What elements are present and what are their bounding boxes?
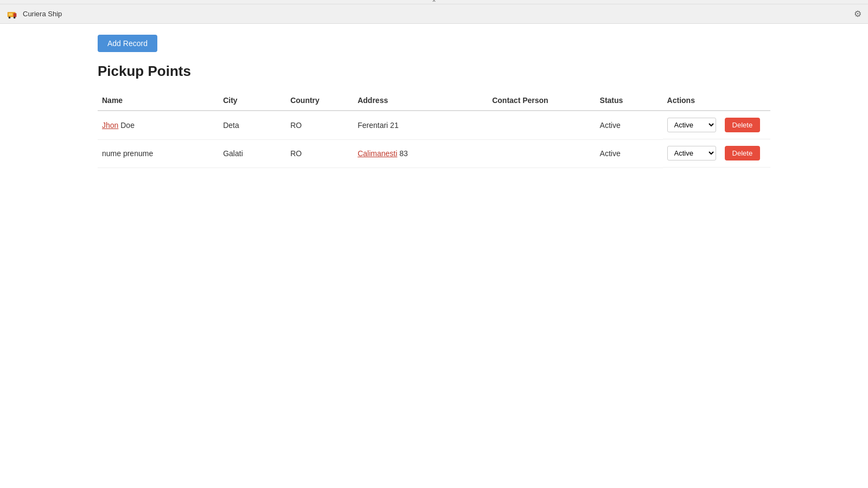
cell-address: Calimanesti 83 — [353, 139, 488, 168]
col-header-address: Address — [353, 91, 488, 111]
pickup-points-table: Name City Country Address Contact Person… — [98, 91, 770, 168]
page-title: Pickup Points — [98, 63, 770, 80]
cell-address: Ferentari 21 — [353, 111, 488, 139]
svg-rect-4 — [9, 13, 12, 16]
svg-point-3 — [14, 16, 16, 18]
chevron-up-icon[interactable]: ⌃ — [431, 0, 437, 7]
settings-icon[interactable]: ⚙ — [854, 9, 861, 19]
app-title: Curiera Ship — [23, 10, 62, 18]
cell-actions: ActiveInactiveDelete — [663, 111, 770, 139]
cell-status: Active — [596, 139, 663, 168]
cell-contact-person — [488, 139, 595, 168]
cell-status: Active — [596, 111, 663, 139]
table-header-row: Name City Country Address Contact Person… — [98, 91, 770, 111]
cell-city: Galati — [219, 139, 286, 168]
delete-button[interactable]: Delete — [725, 118, 761, 132]
svg-point-2 — [9, 16, 11, 18]
col-header-status: Status — [596, 91, 663, 111]
title-bar: Curiera Ship ⚙ — [0, 4, 868, 24]
table-row: Jhon DoeDetaROFerentari 21ActiveActiveIn… — [98, 111, 770, 139]
status-select[interactable]: ActiveInactive — [667, 146, 716, 160]
add-record-button[interactable]: Add Record — [98, 35, 157, 52]
cell-country: RO — [286, 111, 353, 139]
cell-city: Deta — [219, 111, 286, 139]
svg-rect-1 — [14, 13, 17, 17]
cell-country: RO — [286, 139, 353, 168]
table-row: nume prenumeGalatiROCalimanesti 83Active… — [98, 139, 770, 168]
name-link[interactable]: Jhon — [102, 121, 118, 130]
delete-button[interactable]: Delete — [725, 146, 761, 160]
col-header-contact-person: Contact Person — [488, 91, 595, 111]
cell-actions: ActiveInactiveDelete — [663, 139, 770, 168]
app-logo-icon — [7, 8, 18, 20]
cell-name: nume prenume — [98, 139, 219, 168]
cell-name: Jhon Doe — [98, 111, 219, 139]
col-header-actions: Actions — [663, 91, 770, 111]
col-header-name: Name — [98, 91, 219, 111]
col-header-city: City — [219, 91, 286, 111]
col-header-country: Country — [286, 91, 353, 111]
cell-contact-person — [488, 111, 595, 139]
status-select[interactable]: ActiveInactive — [667, 118, 716, 132]
address-link[interactable]: Calimanesti — [358, 149, 397, 158]
main-content: Add Record Pickup Points Name City Count… — [0, 24, 868, 179]
